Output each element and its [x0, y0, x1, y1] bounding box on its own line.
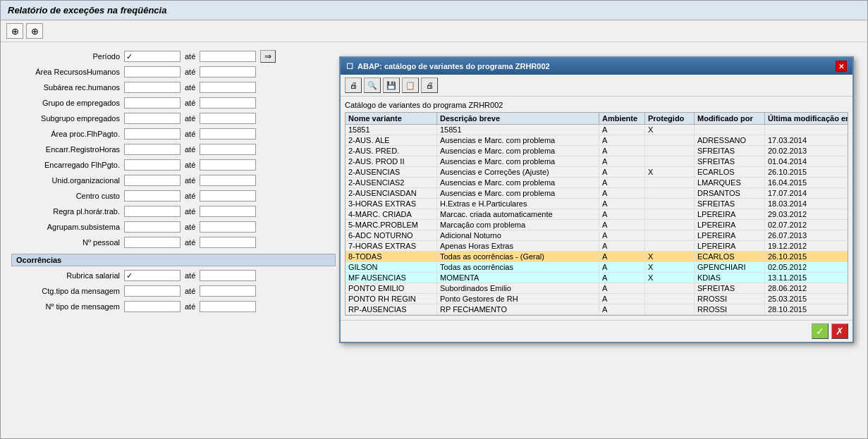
dialog-btn-print2[interactable]: 🖨 [421, 78, 438, 93]
label-agrupam: Agrupam.subsistema [11, 223, 124, 231]
td-modby: LMARQUES [695, 178, 765, 187]
input-subgrupo[interactable] [124, 113, 181, 124]
input-unid-org-ate[interactable] [200, 175, 256, 186]
td-amb: A [599, 209, 645, 219]
input-agrupam-ate[interactable] [200, 221, 256, 233]
td-modby: LPEREIRA [695, 230, 765, 240]
td-prot: X [645, 252, 695, 261]
input-notipo[interactable] [124, 301, 181, 312]
table-row[interactable]: PONTO EMILIO Subordinados Emilio A SFREI… [346, 283, 848, 294]
table-row[interactable]: 5-MARC.PROBLEM Marcação com problema A L… [346, 220, 848, 230]
td-name: 5-MARC.PROBLEM [346, 220, 437, 230]
table-row[interactable]: GILSON Todas as ocorrências A X GPENCHIA… [346, 262, 848, 273]
table-row[interactable]: 15851 15851 A X [346, 125, 848, 135]
dialog-close-button[interactable]: ✕ [836, 61, 847, 72]
td-amb: A [599, 199, 645, 209]
td-amb: A [599, 167, 645, 177]
input-periodo[interactable]: ✓ [124, 51, 181, 62]
col-header-desc: Descrição breve [437, 113, 599, 124]
td-amb: A [599, 146, 645, 156]
table-row[interactable]: 2-AUSENCIASDAN Ausencias e Marc. com pro… [346, 188, 848, 199]
ate-notipo: até [185, 302, 195, 311]
input-periodo-ate[interactable] [200, 51, 256, 62]
input-encarr-flh-ate[interactable] [200, 159, 256, 171]
input-area-rh[interactable] [124, 66, 181, 78]
table-row[interactable]: 2-AUSENCIAS2 Ausencias e Marc. com probl… [346, 178, 848, 188]
input-rubrica-ate[interactable] [200, 270, 256, 281]
input-area-rh-ate[interactable] [200, 66, 256, 78]
table-row[interactable]: 6-ADC NOTURNO Adicional Noturno A LPEREI… [346, 230, 848, 241]
input-subarea-ate[interactable] [200, 82, 256, 93]
dialog-cancel-button[interactable]: ✗ [831, 323, 848, 339]
td-desc: Ausencias e Marc. com problema [437, 188, 599, 198]
input-rubrica[interactable]: ✓ [124, 270, 181, 281]
table-row[interactable]: RP-AUSENCIAS RP FECHAMENTO A RROSSI 28.1… [346, 304, 848, 315]
calendar-btn[interactable]: ⇒ [260, 50, 276, 63]
input-area-proc-ate[interactable] [200, 128, 256, 140]
td-desc: Marcac. criada automaticamente [437, 209, 599, 219]
td-prot [645, 146, 695, 156]
input-centro[interactable] [124, 190, 181, 202]
toolbar-btn-1[interactable]: ⊕ [6, 23, 23, 39]
td-amb: A [599, 294, 645, 304]
td-modby: LPEREIRA [695, 220, 765, 230]
label-notipo: Nº tipo de mensagem [11, 302, 124, 311]
table-row[interactable]: 7-HORAS EXTRAS Apenas Horas Extras A LPE… [346, 241, 848, 252]
input-encarr-reg-ate[interactable] [200, 144, 256, 155]
table-row[interactable]: 2-AUSENCIAS Ausencias e Correções (Ajust… [346, 167, 848, 178]
toolbar-btn-2[interactable]: ⊕ [26, 23, 43, 39]
td-modby: SFREITAS [695, 199, 765, 209]
table-row[interactable]: MF AUSENCIAS MOMENTA A X KDIAS 13.11.201… [346, 273, 848, 283]
td-desc: Ausencias e Marc. com problema [437, 156, 599, 166]
dialog-btn-print[interactable]: 🖨 [345, 78, 362, 93]
td-desc: MOMENTA [437, 273, 599, 283]
td-desc: RP FECHAMENTO [437, 304, 599, 314]
table-row[interactable]: 8-TODAS Todas as ocorrências - (Geral) A… [346, 252, 848, 262]
ate-encarr-flh: até [185, 161, 195, 169]
ate-ctg: até [185, 287, 195, 295]
dialog-btn-save[interactable]: 💾 [383, 78, 400, 93]
td-moddate: 26.07.2013 [765, 230, 848, 240]
input-regra[interactable] [124, 206, 181, 217]
input-nopessoal-ate[interactable] [200, 237, 256, 248]
ate-grupo: até [185, 99, 195, 107]
input-centro-ate[interactable] [200, 190, 256, 202]
td-modby: KDIAS [695, 273, 765, 283]
td-prot [645, 230, 695, 240]
input-area-proc[interactable] [124, 128, 181, 140]
ate-unid-org: até [185, 176, 195, 185]
col-header-modby: Modificado por [695, 113, 765, 124]
td-amb: A [599, 304, 645, 314]
td-modby: SFREITAS [695, 283, 765, 293]
input-unid-org[interactable] [124, 175, 181, 186]
td-name: PONTO EMILIO [346, 283, 437, 293]
input-grupo[interactable] [124, 97, 181, 109]
input-encarr-flh[interactable] [124, 159, 181, 171]
td-prot: X [645, 125, 695, 135]
table-row[interactable]: 2-AUS. ALE Ausencias e Marc. com problem… [346, 135, 848, 146]
dialog-confirm-button[interactable]: ✓ [812, 323, 829, 339]
dialog-btn-find[interactable]: 🔍 [364, 78, 381, 93]
dialog-btn-copy[interactable]: 📋 [402, 78, 419, 93]
table-row[interactable]: PONTO RH REGIN Ponto Gestores de RH A RR… [346, 294, 848, 304]
td-moddate: 02.07.2012 [765, 220, 848, 230]
input-subarea[interactable] [124, 82, 181, 93]
input-nopessoal[interactable] [124, 237, 181, 248]
td-moddate: 19.12.2012 [765, 241, 848, 251]
input-encarr-reg[interactable] [124, 144, 181, 155]
table-row[interactable]: 3-HORAS EXTRAS H.Extras e H.Particulares… [346, 199, 848, 209]
table-row[interactable]: 4-MARC. CRIADA Marcac. criada automatica… [346, 209, 848, 220]
table-row[interactable]: 2-AUS. PRED. Ausencias e Marc. com probl… [346, 146, 848, 156]
input-agrupam[interactable] [124, 221, 181, 233]
label-rubrica: Rubrica salarial [11, 271, 124, 280]
input-regra-ate[interactable] [200, 206, 256, 217]
input-grupo-ate[interactable] [200, 97, 256, 109]
ate-regra: até [185, 207, 195, 216]
input-ctg-ate[interactable] [200, 285, 256, 297]
input-notipo-ate[interactable] [200, 301, 256, 312]
input-subgrupo-ate[interactable] [200, 113, 256, 124]
table-row[interactable]: 2-AUS. PROD II Ausencias e Marc. com pro… [346, 156, 848, 167]
dialog-icon: ☐ [346, 62, 353, 71]
input-ctg[interactable] [124, 285, 181, 297]
ate-centro: até [185, 192, 195, 200]
